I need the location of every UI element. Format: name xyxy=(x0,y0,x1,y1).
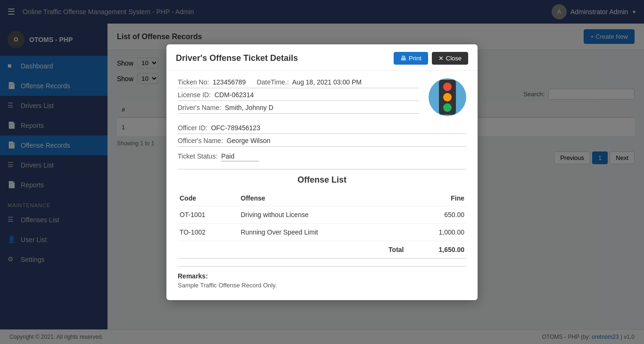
close-modal-button[interactable]: ✕ Close xyxy=(432,52,468,65)
offense-row-2: TO-1002 Running Over Speed Limit 1,000.0… xyxy=(178,223,466,241)
ticket-modal: Driver's Offense Ticket Details 🖶 Print … xyxy=(166,44,478,300)
ticket-no-label: Ticken No: xyxy=(178,78,209,86)
offense-name-2: Running Over Speed Limit xyxy=(239,223,406,241)
ticket-status-field: Ticket Status: Paid xyxy=(178,152,259,162)
ticket-no-field: Ticken No: 123456789 DateTime.: Aug 18, … xyxy=(178,78,419,88)
total-fine: 1,650.00 xyxy=(406,241,467,258)
traffic-light-body xyxy=(439,80,456,115)
driver-name-label: Driver's Name: xyxy=(178,104,221,111)
license-id-value: CDM-062314 xyxy=(215,91,254,99)
modal-header-actions: 🖶 Print ✕ Close xyxy=(394,52,468,65)
officer-name-value: George Wilson xyxy=(227,137,271,144)
license-id-label: License ID: xyxy=(178,91,211,99)
modal-title: Driver's Offense Ticket Details xyxy=(176,53,298,63)
col-fine: Fine xyxy=(406,191,467,206)
printer-icon: 🖶 xyxy=(400,55,406,62)
officer-name-label: Officer's Name: xyxy=(178,137,223,144)
offense-total-row: Total 1,650.00 xyxy=(178,241,466,258)
driver-name-value: Smith, Johnny D xyxy=(225,104,273,111)
driver-name-field: Driver's Name: Smith, Johnny D xyxy=(178,104,419,114)
remarks-section: Remarks: Sample Traffic Offense Record O… xyxy=(178,266,466,289)
traffic-light-red xyxy=(443,83,452,91)
officer-name-field: Officer's Name: George Wilson xyxy=(178,137,466,147)
divider-1 xyxy=(178,169,466,169)
modal-header: Driver's Offense Ticket Details 🖶 Print … xyxy=(166,44,478,71)
ticket-status-label: Ticket Status: xyxy=(178,152,217,160)
remarks-label: Remarks: xyxy=(178,272,466,280)
traffic-light-yellow xyxy=(443,93,452,101)
offense-code-2: TO-1002 xyxy=(178,223,239,241)
modal-body: Ticken No: 123456789 DateTime.: Aug 18, … xyxy=(166,71,478,300)
print-button[interactable]: 🖶 Print xyxy=(394,52,428,65)
offense-row-1: OT-1001 Driving without License 650.00 xyxy=(178,206,466,223)
ticket-status-value: Paid xyxy=(221,152,259,161)
officer-id-label: Officer ID: xyxy=(178,124,207,132)
officer-id-field: Officer ID: OFC-789456123 xyxy=(178,124,466,134)
ticket-info: Ticken No: 123456789 DateTime.: Aug 18, … xyxy=(178,78,419,117)
col-offense: Offense xyxy=(239,191,406,206)
offense-fine-2: 1,000.00 xyxy=(406,223,467,241)
datetime-label: DateTime.: xyxy=(257,78,289,86)
ticket-top: Ticken No: 123456789 DateTime.: Aug 18, … xyxy=(178,78,466,117)
license-id-field: License ID: CDM-062314 xyxy=(178,91,419,101)
remarks-text: Sample Traffic Offense Record Only. xyxy=(178,282,466,289)
total-label: Total xyxy=(239,241,406,258)
ticket-status-section: Ticket Status: Paid xyxy=(178,152,466,161)
traffic-light-green xyxy=(443,103,452,112)
col-code: Code xyxy=(178,191,239,206)
close-icon: ✕ xyxy=(438,55,444,62)
officer-id-value: OFC-789456123 xyxy=(211,124,260,132)
datetime-value: Aug 18, 2021 03:00 PM xyxy=(292,78,362,86)
offense-name-1: Driving without License xyxy=(239,206,406,223)
offense-list-table: Code Offense Fine OT-1001 Driving withou… xyxy=(178,191,466,259)
modal-overlay: Driver's Offense Ticket Details 🖶 Print … xyxy=(0,0,644,344)
offense-table-header: Code Offense Fine xyxy=(178,191,466,206)
total-empty-1 xyxy=(178,241,239,258)
officer-section: Officer ID: OFC-789456123 Officer's Name… xyxy=(178,124,466,147)
traffic-light-graphic xyxy=(429,78,466,116)
offense-fine-1: 650.00 xyxy=(406,206,467,223)
ticket-no-value: 123456789 xyxy=(213,78,246,86)
offense-list-title: Offense List xyxy=(178,175,466,185)
offense-code-1: OT-1001 xyxy=(178,206,239,223)
